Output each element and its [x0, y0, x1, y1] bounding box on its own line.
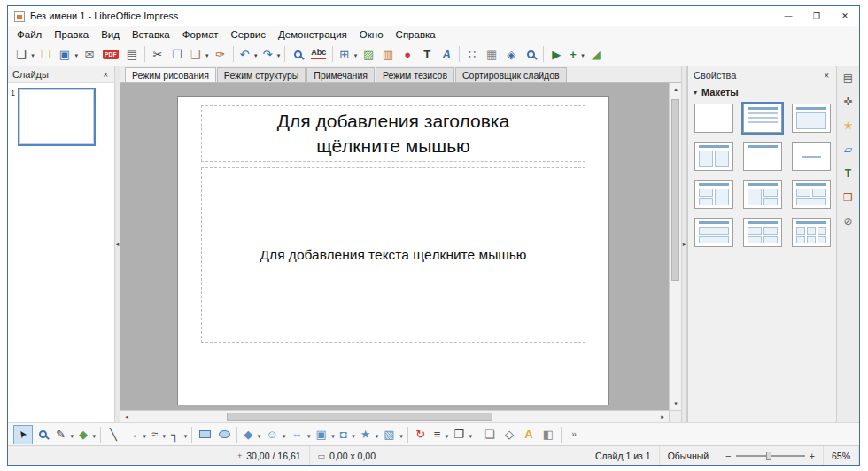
zoom-button[interactable]	[521, 44, 540, 64]
curves-polygons-button[interactable]: ≈	[148, 425, 167, 444]
snap-guides-button[interactable]: ▦	[482, 44, 501, 64]
menu-format[interactable]: Формат	[176, 27, 225, 42]
hide-left-panel-handle[interactable]: ◂	[114, 66, 120, 422]
ellipse-tool-button[interactable]	[214, 425, 234, 444]
section-expander-icon[interactable]: ▾	[694, 89, 697, 97]
flowchart-shapes-button[interactable]: ▣	[313, 425, 337, 444]
rotate-button[interactable]: ↻	[411, 425, 430, 444]
slide-workspace[interactable]: Для добавления заголовка щёлкните мышью …	[120, 83, 681, 422]
tab-drawing-mode[interactable]: Режим рисования	[125, 67, 216, 82]
slide-thumbnail-item[interactable]: 1	[11, 88, 112, 146]
lines-and-arrows-button[interactable]: →	[123, 425, 148, 444]
layouts-section-header[interactable]: ▾ Макеты	[688, 84, 836, 100]
gallery-deck-tab[interactable]: ❒	[840, 189, 857, 206]
basic-shapes-button[interactable]: ◆	[240, 425, 262, 444]
save-button[interactable]: ▣	[56, 44, 80, 64]
statusbar-zoom-level[interactable]: 65%	[824, 446, 859, 465]
body-placeholder[interactable]: Для добавления текста щёлкните мышью	[201, 167, 585, 343]
layout-title-content[interactable]	[792, 104, 831, 133]
close-button[interactable]: ✕	[831, 6, 859, 26]
navigator-deck-tab[interactable]: ⊘	[840, 212, 857, 230]
layout-title-two-content[interactable]	[694, 142, 733, 171]
layout-two-content-and-content[interactable]	[694, 180, 733, 209]
print-button[interactable]: ▤	[122, 44, 142, 64]
new-document-button[interactable]: ❏	[12, 44, 36, 64]
scroll-up-button[interactable]: ▴	[670, 83, 681, 96]
menu-file[interactable]: Файл	[11, 27, 48, 42]
horizontal-scroll-thumb[interactable]	[227, 413, 492, 421]
paste-button[interactable]: ❑	[187, 44, 211, 64]
menu-view[interactable]: Вид	[95, 27, 126, 42]
redo-button[interactable]: ↷	[259, 44, 282, 64]
tab-handout-mode[interactable]: Режим тезисов	[376, 67, 454, 82]
vertical-scrollbar[interactable]: ▴ ▾	[669, 83, 681, 410]
vertical-scroll-thumb[interactable]	[671, 99, 679, 281]
menu-window[interactable]: Окно	[353, 27, 390, 42]
insert-table-button[interactable]: ⊞	[336, 44, 359, 64]
clone-formatting-button[interactable]: ✑	[211, 44, 230, 64]
start-slideshow-button[interactable]: ▶	[546, 44, 566, 64]
horizontal-scrollbar[interactable]: ◂ ▸	[120, 410, 669, 422]
email-button[interactable]: ✉	[80, 44, 99, 64]
layout-content-over-content[interactable]	[694, 218, 733, 247]
spelling-button[interactable]: Abc	[307, 44, 329, 64]
stars-banners-button[interactable]: ★	[357, 425, 381, 444]
3d-objects-button[interactable]: ▧	[380, 425, 404, 444]
scroll-left-button[interactable]: ◂	[120, 411, 133, 422]
layout-content-and-two-content[interactable]	[743, 180, 782, 209]
menu-slideshow[interactable]: Демонстрация	[272, 27, 353, 42]
open-button[interactable]: ❒	[36, 44, 56, 64]
line-color-button[interactable]: ✎	[52, 425, 75, 444]
copy-button[interactable]: ❐	[167, 44, 187, 64]
menu-insert[interactable]: Вставка	[126, 27, 176, 42]
rectangle-tool-button[interactable]	[195, 425, 214, 444]
master-slide-button[interactable]: ◢	[586, 44, 606, 64]
properties-panel-close-icon[interactable]: ×	[822, 71, 831, 81]
shadow-button[interactable]: ❏	[480, 425, 500, 444]
insert-fontwork-button[interactable]: A	[437, 44, 456, 64]
tab-notes[interactable]: Примечания	[306, 67, 375, 82]
menu-tools[interactable]: Сервис	[225, 27, 272, 42]
slides-panel-close-icon[interactable]: ×	[101, 70, 110, 80]
edit-points-button[interactable]: ◇	[500, 425, 519, 444]
menu-edit[interactable]: Правка	[48, 27, 95, 42]
fontwork-gallery-button[interactable]: A	[519, 425, 539, 444]
new-slide-button[interactable]: +	[566, 44, 586, 64]
select-tool-button[interactable]: ➤	[13, 425, 33, 444]
zoom-tool-button[interactable]	[33, 425, 52, 444]
insert-image-button[interactable]: ▨	[359, 44, 378, 64]
layout-blank[interactable]	[694, 104, 733, 133]
zoom-slider-track[interactable]	[736, 455, 805, 457]
statusbar-zoom-slider[interactable]: − +	[717, 446, 824, 465]
tab-slide-sorter[interactable]: Сортировщик слайдов	[455, 67, 567, 82]
styles-deck-tab[interactable]: T	[840, 165, 857, 182]
hide-right-panel-handle[interactable]: ▸	[681, 66, 687, 422]
zoom-in-button[interactable]: +	[810, 451, 815, 461]
slide-transition-deck-tab[interactable]: ▱	[840, 141, 857, 158]
arrange-objects-button[interactable]: ❐	[450, 425, 474, 444]
properties-deck-tab[interactable]: ✜	[840, 93, 857, 111]
menu-help[interactable]: Справка	[390, 27, 442, 42]
cut-button[interactable]: ✂	[148, 44, 167, 64]
insert-line-button[interactable]: ╲	[104, 425, 123, 444]
fill-color-button[interactable]: ◆	[75, 425, 97, 444]
slide-thumbnail[interactable]	[18, 88, 96, 146]
align-objects-button[interactable]: ≡	[430, 425, 451, 444]
display-grid-button[interactable]: ∷	[462, 44, 482, 64]
navigator-button[interactable]: ◈	[501, 44, 521, 64]
animation-deck-tab[interactable]: ✭	[840, 117, 857, 135]
minimize-button[interactable]: —	[774, 6, 802, 26]
zoom-out-button[interactable]: −	[725, 451, 731, 461]
layout-four-content[interactable]	[743, 218, 782, 247]
sidebar-settings-button[interactable]: ▤	[840, 69, 857, 87]
layout-centered-text[interactable]	[792, 142, 831, 171]
title-placeholder[interactable]: Для добавления заголовка щёлкните мышью	[201, 105, 585, 162]
scroll-down-button[interactable]: ▾	[670, 398, 681, 410]
undo-button[interactable]: ↶	[236, 44, 260, 64]
insert-textbox-button[interactable]: T	[417, 44, 437, 64]
layout-title-only[interactable]	[743, 142, 782, 171]
toolbar-overflow-button[interactable]: »	[564, 425, 584, 444]
find-replace-button[interactable]	[288, 44, 307, 64]
insert-media-button[interactable]: ●	[398, 44, 417, 64]
block-arrows-button[interactable]: ⇔	[288, 425, 313, 444]
